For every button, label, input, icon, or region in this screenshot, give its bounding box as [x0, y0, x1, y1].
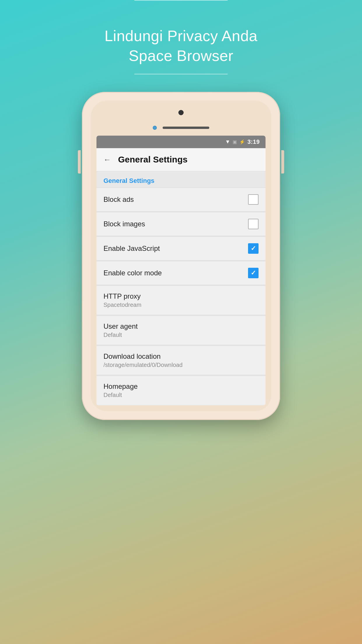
phone-screen: ▼ ▣ ⚡ 3:19 ← General Settings General Se…: [96, 136, 266, 405]
enable-javascript-checkbox[interactable]: [248, 243, 259, 254]
phone-frame: ▼ ▣ ⚡ 3:19 ← General Settings General Se…: [82, 92, 280, 420]
list-item[interactable]: Enable JavaScript: [96, 237, 266, 260]
phone-camera: [178, 110, 184, 115]
phone-top-bar: [96, 106, 266, 115]
list-item[interactable]: Block images: [96, 212, 266, 236]
title-divider-top: [134, 0, 228, 1]
setting-text-group: Homepage Default: [103, 382, 138, 398]
list-item[interactable]: Enable color mode: [96, 261, 266, 285]
list-item[interactable]: Download location /storage/emulated/0/Do…: [96, 346, 266, 375]
back-button[interactable]: ←: [103, 155, 111, 164]
page-title: Lindungi Privacy Anda Space Browser: [104, 26, 257, 66]
status-bar: ▼ ▣ ⚡ 3:19: [96, 136, 266, 148]
app-bar-title: General Settings: [118, 155, 187, 164]
list-item[interactable]: Block ads: [96, 188, 266, 211]
setting-sublabel: Default: [103, 392, 138, 398]
wifi-icon: ▼: [225, 139, 230, 145]
phone-speaker-area: [96, 126, 266, 130]
phone-home-indicator[interactable]: [153, 126, 157, 130]
setting-label: User agent: [103, 322, 138, 330]
block-images-checkbox[interactable]: [248, 219, 259, 229]
battery-icon: ⚡: [239, 139, 245, 145]
status-icons: ▼ ▣ ⚡ 3:19: [225, 139, 260, 145]
setting-sublabel: Spacetodream: [103, 302, 141, 308]
phone-speaker: [163, 127, 209, 129]
setting-text-group: HTTP proxy Spacetodream: [103, 292, 141, 308]
setting-label: HTTP proxy: [103, 292, 141, 300]
setting-label: Homepage: [103, 382, 138, 391]
enable-color-mode-checkbox[interactable]: [248, 268, 259, 278]
phone-inner: ▼ ▣ ⚡ 3:19 ← General Settings General Se…: [91, 101, 271, 411]
list-item[interactable]: User agent Default: [96, 316, 266, 345]
setting-label: Enable JavaScript: [103, 244, 160, 253]
setting-text-group: User agent Default: [103, 322, 138, 338]
setting-label: Enable color mode: [103, 269, 162, 277]
list-item[interactable]: HTTP proxy Spacetodream: [96, 286, 266, 315]
setting-sublabel: /storage/emulated/0/Download: [103, 362, 182, 368]
signal-icon: ▣: [233, 139, 237, 145]
section-header: General Settings: [96, 171, 266, 188]
title-divider-bottom: [134, 74, 228, 74]
setting-sublabel: Default: [103, 332, 138, 338]
list-item[interactable]: Homepage Default: [96, 376, 266, 405]
app-bar: ← General Settings: [96, 148, 266, 171]
status-time: 3:19: [247, 139, 260, 145]
block-ads-checkbox[interactable]: [248, 194, 259, 205]
setting-label: Block images: [103, 220, 145, 228]
settings-list: General Settings Block ads Block images …: [96, 171, 266, 405]
setting-text-group: Download location /storage/emulated/0/Do…: [103, 352, 182, 368]
setting-label: Block ads: [103, 195, 134, 204]
setting-label: Download location: [103, 352, 182, 360]
